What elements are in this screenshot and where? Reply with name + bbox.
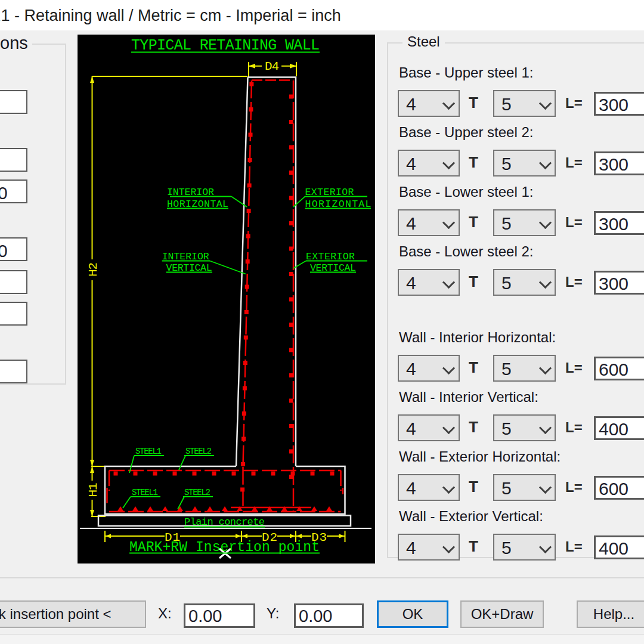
svg-text:H2: H2 bbox=[86, 263, 100, 277]
svg-text:Plain concrete: Plain concrete bbox=[184, 516, 265, 528]
svg-text:D4: D4 bbox=[265, 60, 279, 73]
svg-text:STEEL2: STEEL2 bbox=[185, 447, 212, 456]
svg-text:STEEL2: STEEL2 bbox=[184, 488, 210, 497]
svg-text:STEEL1: STEEL1 bbox=[132, 488, 158, 497]
svg-text:STEEL1: STEEL1 bbox=[135, 447, 162, 456]
svg-text:H1: H1 bbox=[86, 483, 100, 497]
